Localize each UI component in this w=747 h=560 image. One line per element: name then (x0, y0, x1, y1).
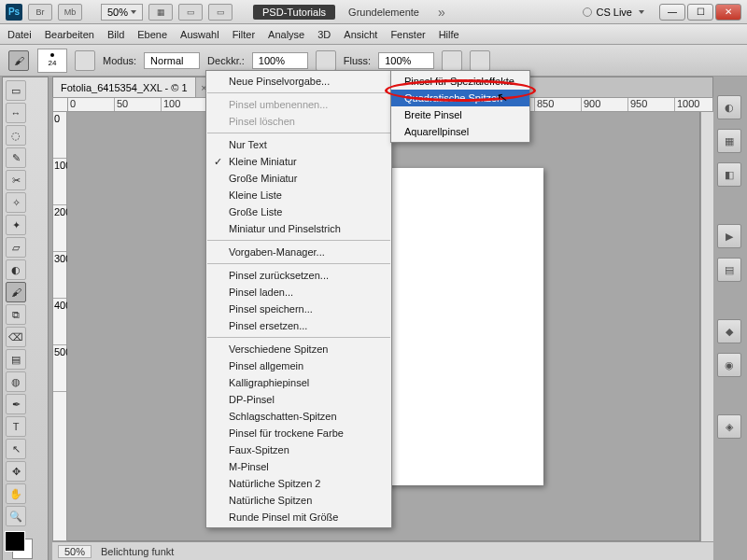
menu-bearbeiten[interactable]: Bearbeiten (45, 29, 94, 40)
ctx-item[interactable]: Neue Pinselvorgabe... (206, 73, 391, 90)
tool-8[interactable]: ◐ (6, 259, 26, 280)
arrange-button[interactable]: ▭ (178, 4, 203, 21)
brush-panel-toggle[interactable] (75, 50, 95, 71)
color-swatches[interactable] (5, 531, 46, 560)
tool-7[interactable]: ▱ (6, 237, 26, 258)
tool-9[interactable]: 🖌 (6, 282, 26, 302)
status-message: Belichtung funkt (101, 546, 174, 557)
ctx-item[interactable]: Miniatur und Pinselstrich (206, 220, 391, 237)
ctx-item[interactable]: Natürliche Spitzen (206, 492, 391, 509)
color-panel-icon[interactable]: ◐ (717, 95, 741, 119)
workspace-tab-light[interactable]: Grundelemente (341, 7, 427, 18)
status-zoom[interactable]: 50% (58, 545, 92, 558)
tool-12[interactable]: ▤ (6, 349, 26, 370)
menu-ebene[interactable]: Ebene (137, 29, 167, 40)
airbrush-icon[interactable] (442, 50, 462, 71)
ctx-item[interactable]: Runde Pinsel mit Größe (206, 509, 391, 525)
menu-ansicht[interactable]: Ansicht (344, 29, 377, 40)
ctx-item[interactable]: Große Liste (206, 203, 391, 220)
current-tool-icon[interactable]: 🖌 (8, 50, 29, 71)
document-tab[interactable]: Fotolia_6415354_XXL - © 1 (53, 77, 196, 97)
menu-filter[interactable]: Filter (233, 29, 255, 40)
menu-auswahl[interactable]: Auswahl (180, 29, 219, 40)
submenu-item[interactable]: Quadratische Spitzen (391, 90, 529, 106)
ctx-item[interactable]: Natürliche Spitzen 2 (206, 475, 391, 492)
ctx-item: Pinsel umbenennen... (206, 96, 391, 113)
tool-17[interactable]: ✥ (6, 461, 26, 482)
cslive-button[interactable]: CS Live (583, 7, 644, 18)
menu-bild[interactable]: Bild (107, 29, 124, 40)
ctx-item[interactable]: DP-Pinsel (206, 391, 391, 408)
tool-0[interactable]: ▭ (6, 80, 26, 101)
ctx-item: Pinsel löschen (206, 113, 391, 130)
ctx-item[interactable]: Vorgaben-Manager... (206, 244, 391, 260)
ctx-item[interactable]: Verschiedene Spitzen (206, 341, 391, 357)
brush-preview[interactable]: 24 (37, 49, 67, 73)
menu-datei[interactable]: Datei (7, 29, 32, 40)
masks-panel-icon[interactable]: ▤ (717, 258, 741, 282)
ctx-item[interactable]: M-Pinsel (206, 458, 391, 475)
menu-analyse[interactable]: Analyse (268, 29, 304, 40)
ctx-item[interactable]: Große Miniatur (206, 170, 391, 187)
ctx-item[interactable]: Kalligraphiepinsel (206, 374, 391, 391)
opacity-label: Deckkr.: (207, 55, 245, 66)
swatches-panel-icon[interactable]: ▦ (717, 129, 741, 153)
tool-18[interactable]: ✋ (6, 483, 26, 504)
ctx-item[interactable]: Pinsel ersetzen... (206, 317, 391, 334)
ctx-item[interactable]: Faux-Spitzen (206, 441, 391, 458)
mode-label: Modus: (103, 55, 136, 66)
opacity-field[interactable]: 100% (252, 52, 308, 69)
submenu-item[interactable]: Aquarellpinsel (391, 123, 529, 140)
tool-4[interactable]: ✂ (6, 170, 26, 190)
tool-2[interactable]: ◌ (6, 125, 26, 146)
mode-select[interactable]: Normal (144, 52, 200, 69)
view-extras-button[interactable]: ▦ (148, 4, 173, 21)
opacity-pressure-icon[interactable] (316, 50, 336, 71)
tablet-pressure-icon[interactable] (470, 50, 490, 71)
tool-15[interactable]: T (6, 416, 26, 437)
menu-fenster[interactable]: Fenster (390, 29, 425, 40)
maximize-button[interactable]: ☐ (687, 4, 713, 21)
tool-10[interactable]: ⧉ (6, 304, 26, 325)
menubar: DateiBearbeitenBildEbeneAuswahlFilterAna… (0, 24, 747, 45)
tool-6[interactable]: ✦ (6, 215, 26, 235)
ctx-item[interactable]: Pinsel laden... (206, 284, 391, 301)
minibridge-button[interactable]: Mb (58, 4, 82, 21)
tool-14[interactable]: ✒ (6, 394, 26, 414)
tool-3[interactable]: ✎ (6, 147, 26, 168)
bridge-button[interactable]: Br (28, 4, 52, 21)
layers-panel-icon[interactable]: ◆ (717, 319, 741, 343)
ctx-item[interactable]: Schlagschatten-Spitzen (206, 408, 391, 425)
ctx-item[interactable]: Pinsel speichern... (206, 301, 391, 317)
tool-16[interactable]: ↖ (6, 439, 26, 459)
close-button[interactable]: ✕ (715, 4, 741, 21)
tool-13[interactable]: ◍ (6, 371, 26, 392)
ctx-item[interactable]: Kleine Liste (206, 187, 391, 203)
tool-19[interactable]: 🔍 (6, 506, 26, 526)
channels-panel-icon[interactable]: ◉ (717, 353, 741, 377)
ctx-item[interactable]: Nur Text (206, 136, 391, 153)
tool-5[interactable]: ✧ (6, 192, 26, 213)
tool-1[interactable]: ↔ (6, 103, 26, 123)
minimize-button[interactable]: — (659, 4, 685, 21)
workspace-more-icon[interactable]: » (432, 5, 451, 20)
submenu-item[interactable]: Pinsel für Spezialeffekte (391, 73, 529, 90)
ctx-item[interactable]: Pinsel zurücksetzen... (206, 267, 391, 284)
screen-mode-button[interactable]: ▭ (208, 4, 233, 21)
menu-hilfe[interactable]: Hilfe (439, 29, 459, 40)
submenu-item[interactable]: Breite Pinsel (391, 106, 529, 123)
adjustments-panel-icon[interactable]: ▶ (717, 224, 741, 248)
flow-field[interactable]: 100% (378, 52, 434, 69)
ctx-item[interactable]: Pinsel für trockene Farbe (206, 425, 391, 441)
tool-11[interactable]: ⌫ (6, 327, 26, 347)
ctx-item[interactable]: Pinsel allgemein (206, 357, 391, 374)
workspace-tab-dark[interactable]: PSD-Tutorials (253, 5, 335, 20)
ctx-item[interactable]: Kleine Miniatur (206, 153, 391, 170)
paths-panel-icon[interactable]: ◈ (717, 414, 741, 439)
scrollbar-vertical[interactable] (700, 112, 713, 541)
app-icon: Ps (6, 4, 22, 21)
zoom-select[interactable]: 50% (101, 4, 143, 21)
menu-3d[interactable]: 3D (317, 29, 331, 40)
right-dock: ◐ ▦ ◧ ▶ ▤ ◆ ◉ ◈ (717, 77, 745, 439)
styles-panel-icon[interactable]: ◧ (717, 162, 741, 187)
